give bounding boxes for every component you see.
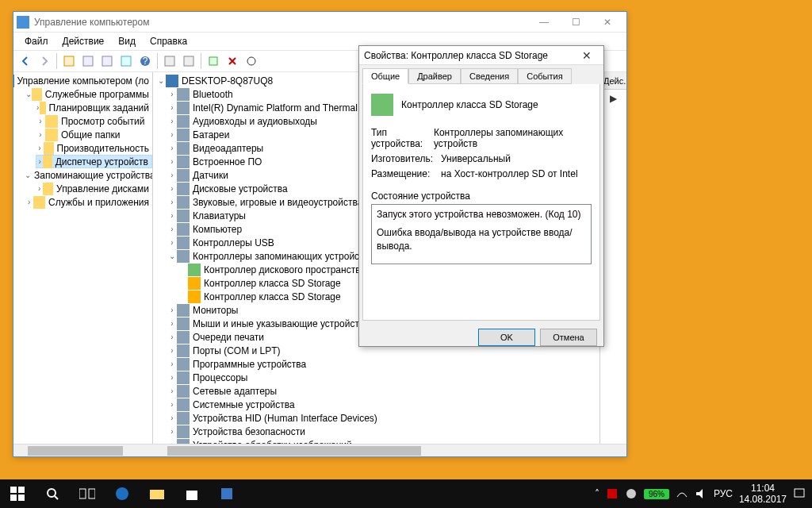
- tree-group[interactable]: ⌄Служебные программы: [25, 87, 152, 101]
- device-category[interactable]: ›Устройства безопасности: [167, 425, 596, 438]
- clock[interactable]: 11:04 14.08.2017: [739, 483, 787, 506]
- tray-chevron-icon[interactable]: ˄: [595, 488, 599, 499]
- svg-rect-2: [102, 56, 112, 66]
- menu-action[interactable]: Действие: [56, 34, 111, 48]
- close-icon[interactable]: ✕: [575, 49, 599, 62]
- tree-item[interactable]: ›Планировщик заданий: [36, 101, 152, 114]
- tree-item[interactable]: ›Управление дисками: [36, 182, 152, 195]
- tree-group[interactable]: ›Службы и приложения: [25, 195, 152, 209]
- taskbar: ˄ 96% РУС 11:04 14.08.2017: [0, 479, 812, 508]
- svg-marker-24: [696, 489, 703, 498]
- app-icon: [17, 16, 29, 29]
- system-tray: ˄ 96% РУС 11:04 14.08.2017: [588, 483, 812, 506]
- prop-loc-label: Размещение:: [371, 168, 441, 179]
- tray-icon[interactable]: [625, 487, 638, 500]
- tree-root[interactable]: Управление компьютером (ло: [13, 74, 152, 87]
- svg-point-14: [48, 489, 56, 497]
- clock-time: 11:04: [739, 483, 787, 494]
- toolbar-icon[interactable]: [117, 52, 135, 70]
- maximize-button[interactable]: ☐: [560, 12, 592, 33]
- tree-item[interactable]: ›Просмотр событий: [36, 114, 152, 128]
- forward-button[interactable]: [36, 52, 53, 70]
- tree-item[interactable]: ›Диспетчер устройств: [36, 155, 152, 168]
- svg-rect-1: [83, 56, 93, 66]
- status-line: Запуск этого устройства невозможен. (Код…: [377, 208, 586, 221]
- device-category[interactable]: ›Устройства HID (Human Interface Devices…: [167, 411, 596, 425]
- prop-loc-value: на Хост-контроллер SD от Intel: [441, 168, 578, 179]
- scrollbar[interactable]: [13, 444, 153, 456]
- language-indicator[interactable]: РУС: [714, 488, 733, 499]
- notifications-icon[interactable]: [793, 487, 806, 500]
- tab-general[interactable]: Общие: [362, 68, 408, 84]
- chevron-right-icon[interactable]: ▶: [610, 93, 617, 104]
- left-pane: Управление компьютером (ло⌄Служебные про…: [13, 72, 153, 456]
- device-category[interactable]: ›Системные устройства: [167, 398, 596, 411]
- svg-rect-16: [79, 489, 86, 498]
- network-icon[interactable]: [676, 487, 688, 500]
- svg-rect-19: [150, 490, 164, 499]
- prop-mfr-value: Универсальный: [441, 153, 511, 164]
- delete-icon[interactable]: [224, 52, 241, 70]
- taskbar-app-edge[interactable]: [105, 479, 140, 508]
- svg-rect-11: [18, 487, 25, 493]
- svg-rect-20: [186, 491, 197, 500]
- taskbar-app-store[interactable]: [174, 479, 209, 508]
- device-category[interactable]: ›Сетевые адаптеры: [167, 384, 596, 398]
- ok-button[interactable]: OK: [478, 329, 535, 346]
- back-button[interactable]: [17, 52, 34, 70]
- device-category[interactable]: ›Программные устройства: [167, 357, 596, 371]
- tray-icon[interactable]: [606, 487, 619, 500]
- scrollbar[interactable]: [153, 444, 599, 456]
- svg-rect-25: [795, 489, 804, 497]
- minimize-button[interactable]: —: [528, 12, 560, 33]
- taskbar-app[interactable]: [209, 479, 244, 508]
- svg-rect-12: [10, 495, 17, 501]
- properties-dialog: Свойства: Контроллер класса SD Storage ✕…: [358, 45, 604, 347]
- tree-item[interactable]: ›Производительность: [36, 141, 152, 155]
- menu-view[interactable]: Вид: [112, 34, 142, 48]
- svg-rect-22: [607, 489, 617, 498]
- cancel-button[interactable]: Отмена: [540, 329, 597, 346]
- start-button[interactable]: [0, 479, 35, 508]
- svg-text:?: ?: [143, 56, 148, 67]
- device-icon: [371, 94, 393, 116]
- window-title: Управление компьютером: [34, 17, 528, 28]
- close-button[interactable]: ✕: [592, 12, 623, 33]
- toolbar-icon[interactable]: [243, 52, 260, 70]
- toolbar-icon[interactable]: [180, 52, 197, 70]
- svg-rect-3: [121, 56, 131, 66]
- status-textbox[interactable]: Запуск этого устройства невозможен. (Код…: [371, 204, 592, 264]
- status-label: Состояние устройства: [371, 190, 592, 202]
- taskbar-app-explorer[interactable]: [140, 479, 174, 508]
- device-category[interactable]: ›Процессоры: [167, 371, 596, 384]
- menu-file[interactable]: Файл: [18, 34, 55, 48]
- titlebar[interactable]: Управление компьютером — ☐ ✕: [13, 12, 626, 33]
- toolbar-icon[interactable]: [79, 52, 97, 70]
- svg-rect-6: [165, 56, 174, 66]
- svg-rect-8: [209, 57, 217, 65]
- svg-point-18: [116, 487, 128, 500]
- toolbar-icon[interactable]: [60, 52, 78, 70]
- scan-icon[interactable]: [205, 52, 222, 70]
- search-icon[interactable]: [35, 479, 70, 508]
- tab-events[interactable]: События: [518, 68, 571, 84]
- svg-point-9: [247, 57, 255, 65]
- device-name: Контроллер класса SD Storage: [401, 99, 538, 110]
- menu-help[interactable]: Справка: [144, 34, 193, 48]
- tab-details[interactable]: Сведения: [461, 68, 518, 84]
- svg-rect-0: [64, 56, 74, 66]
- taskview-icon[interactable]: [70, 479, 105, 508]
- tree-item[interactable]: ›Общие папки: [36, 128, 152, 141]
- dialog-titlebar[interactable]: Свойства: Контроллер класса SD Storage ✕: [359, 46, 603, 65]
- prop-type-value: Контроллеры запоминающих устройств: [434, 127, 592, 149]
- toolbar-icon[interactable]: [161, 52, 178, 70]
- tree-group[interactable]: ⌄Запоминающие устройства: [25, 168, 152, 182]
- battery-indicator[interactable]: 96%: [644, 489, 669, 499]
- volume-icon[interactable]: [695, 487, 707, 500]
- dialog-tabs: Общие Драйвер Сведения События: [359, 65, 603, 84]
- prop-type-label: Тип устройства:: [371, 127, 434, 149]
- svg-rect-21: [221, 488, 232, 499]
- toolbar-icon[interactable]: [98, 52, 116, 70]
- tab-driver[interactable]: Драйвер: [408, 68, 461, 84]
- help-icon[interactable]: ?: [136, 52, 154, 70]
